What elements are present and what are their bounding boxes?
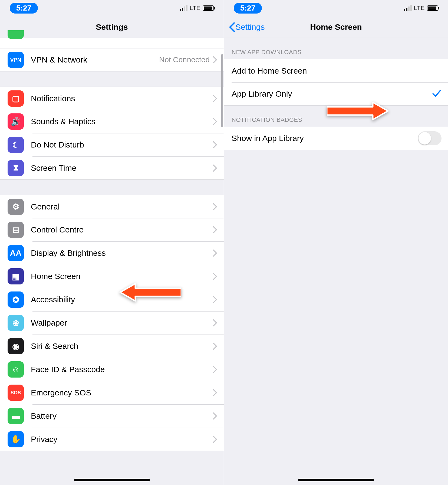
vpn-icon: VPN <box>8 52 24 68</box>
group-vpn: VPN VPN & Network Not Connected <box>0 48 224 71</box>
battery-icon: ▬ <box>8 408 24 424</box>
row-label: Show in App Library <box>232 134 418 143</box>
row-label: Wallpaper <box>31 318 213 327</box>
settings-row-wallpaper[interactable]: ❀Wallpaper <box>0 311 224 335</box>
siri-icon: ◉ <box>8 338 24 354</box>
network-label: LTE <box>190 5 200 12</box>
row-label: Privacy <box>31 435 213 444</box>
settings-row-screen-time[interactable]: ⧗Screen Time <box>0 156 224 180</box>
chevron-right-icon <box>213 296 217 303</box>
accessibility-icon: ✪ <box>8 291 24 308</box>
status-time-pill: 5:27 <box>10 3 38 14</box>
chevron-right-icon <box>213 165 217 172</box>
status-time-pill: 5:27 <box>234 3 262 14</box>
chevron-right-icon <box>213 203 217 210</box>
row-label: General <box>31 202 213 211</box>
nav-bar: Settings Home Screen <box>224 16 448 38</box>
option-app-library-only[interactable]: App Library Only <box>224 82 448 106</box>
row-label: App Library Only <box>232 89 432 99</box>
home-screen-icon: ▦ <box>8 268 24 284</box>
chevron-right-icon <box>213 343 217 350</box>
option-add-to-home-screen[interactable]: Add to Home Screen <box>224 59 448 82</box>
back-label: Settings <box>235 22 265 32</box>
row-label: Screen Time <box>31 163 213 173</box>
chevron-right-icon <box>213 412 217 420</box>
settings-row-do-not-disturb[interactable]: ☾Do Not Disturb <box>0 133 224 156</box>
row-label: Emergency SOS <box>31 388 213 397</box>
battery-icon <box>427 5 438 11</box>
settings-row-partial[interactable] <box>0 38 224 48</box>
row-label: Accessibility <box>31 295 213 304</box>
settings-row-notifications[interactable]: ▢Notifications <box>0 87 224 110</box>
status-bar: 5:27 LTE <box>0 0 224 16</box>
notifications-icon: ▢ <box>8 90 24 107</box>
row-label: Add to Home Screen <box>232 66 442 76</box>
battery-icon <box>203 5 214 11</box>
screentime-icon: ⧗ <box>8 160 24 176</box>
chevron-right-icon <box>213 436 217 443</box>
nav-bar: Settings <box>0 16 224 38</box>
row-label: Sounds & Haptics <box>31 117 213 126</box>
chevron-right-icon <box>213 118 217 125</box>
display-icon: AA <box>8 245 24 261</box>
group-new-app-downloads: Add to Home ScreenApp Library Only <box>224 59 448 106</box>
home-indicator <box>74 479 150 481</box>
faceid-icon: ☺ <box>8 361 24 378</box>
settings-row-home-screen[interactable]: ▦Home Screen <box>0 265 224 288</box>
row-detail: Not Connected <box>159 55 210 64</box>
toggle-show-in-app-library[interactable] <box>418 131 442 145</box>
partial-icon <box>8 30 24 39</box>
general-icon: ⚙ <box>8 199 24 215</box>
settings-row-privacy[interactable]: ✋Privacy <box>0 428 224 451</box>
settings-row-general[interactable]: ⚙General <box>0 195 224 218</box>
row-label: Face ID & Passcode <box>31 365 213 374</box>
row-label: Siri & Search <box>31 342 213 351</box>
settings-row-battery[interactable]: ▬Battery <box>0 404 224 428</box>
status-right: LTE <box>404 5 438 12</box>
chevron-right-icon <box>213 319 217 326</box>
network-label: LTE <box>414 5 425 12</box>
settings-row-display-brightness[interactable]: AADisplay & Brightness <box>0 241 224 265</box>
group-general: ⚙General⊟Control CentreAADisplay & Brigh… <box>0 195 224 451</box>
checkmark-icon <box>432 89 442 99</box>
settings-row-sounds-haptics[interactable]: 🔊Sounds & Haptics <box>0 110 224 133</box>
settings-row-emergency-sos[interactable]: SOSEmergency SOS <box>0 381 224 404</box>
settings-screen: 5:27 LTE Settings VPN VPN & Network Not … <box>0 0 224 485</box>
row-label: Display & Brightness <box>31 248 213 258</box>
settings-row-face-id-passcode[interactable]: ☺Face ID & Passcode <box>0 358 224 381</box>
chevron-right-icon <box>213 389 217 396</box>
group-notification-badges: Show in App Library <box>224 127 448 150</box>
settings-row-accessibility[interactable]: ✪Accessibility <box>0 288 224 311</box>
row-label: Home Screen <box>31 272 213 281</box>
chevron-right-icon <box>213 226 217 233</box>
cellular-signal-icon <box>180 5 187 11</box>
section-header-badges: NOTIFICATION BADGES <box>224 106 448 127</box>
chevron-right-icon <box>213 141 217 148</box>
row-label: Battery <box>31 411 213 421</box>
row-label: Control Centre <box>31 225 213 234</box>
page-title: Settings <box>96 22 128 32</box>
row-label: Notifications <box>31 94 213 103</box>
chevron-right-icon <box>213 273 217 280</box>
sos-icon: SOS <box>8 385 24 401</box>
cellular-signal-icon <box>404 5 412 11</box>
row-label: Do Not Disturb <box>31 140 213 149</box>
settings-row-vpn[interactable]: VPN VPN & Network Not Connected <box>0 48 224 71</box>
home-indicator <box>298 479 374 481</box>
chevron-right-icon <box>213 95 217 102</box>
back-button[interactable]: Settings <box>229 22 265 32</box>
settings-row-control-centre[interactable]: ⊟Control Centre <box>0 218 224 241</box>
status-right: LTE <box>180 5 214 12</box>
home-screen-settings: 5:27 LTE Settings Home Screen NEW APP DO… <box>224 0 448 485</box>
row-show-in-app-library[interactable]: Show in App Library <box>224 127 448 150</box>
settings-row-siri-search[interactable]: ◉Siri & Search <box>0 335 224 358</box>
wallpaper-icon: ❀ <box>8 315 24 331</box>
row-label: VPN & Network <box>31 55 159 64</box>
section-header-downloads: NEW APP DOWNLOADS <box>224 38 448 59</box>
control-centre-icon: ⊟ <box>8 222 24 238</box>
chevron-right-icon <box>213 366 217 373</box>
scroll-indicator <box>221 54 223 127</box>
chevron-right-icon <box>213 250 217 257</box>
sounds-icon: 🔊 <box>8 113 24 130</box>
dnd-icon: ☾ <box>8 137 24 153</box>
